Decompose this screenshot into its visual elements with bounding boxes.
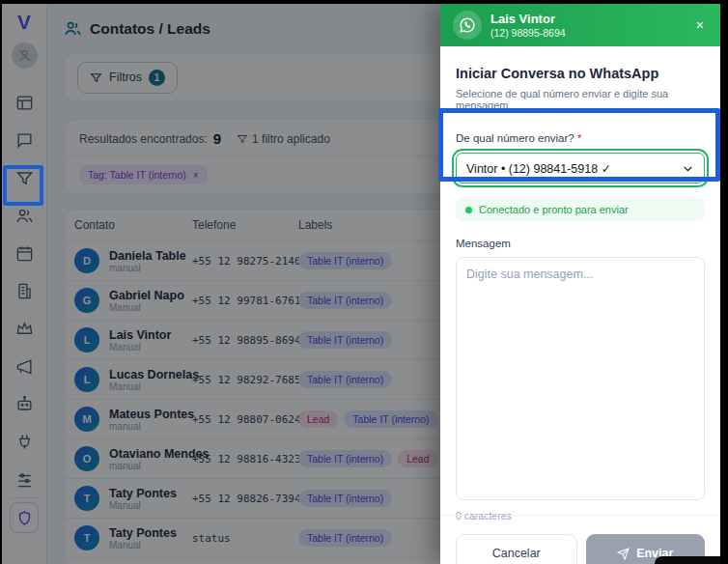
whatsapp-panel: Lais Vintor (12) 98895-8694 × Iniciar Co… <box>440 4 720 564</box>
char-count: 0 caracteres <box>456 510 705 522</box>
number-select[interactable]: Vintor • (12) 98841-5918 ✓ <box>456 153 705 183</box>
contact-name: Lais Vintor <box>490 12 684 27</box>
number-select-value: Vintor • (12) 98841-5918 ✓ <box>466 161 682 176</box>
message-label: Mensagem <box>456 238 705 249</box>
required-asterisk: * <box>577 132 581 144</box>
modal-dim-overlay[interactable] <box>2 4 440 564</box>
paper-plane-icon <box>617 548 630 560</box>
dialog-title: Iniciar Conversa no WhatsApp <box>456 66 705 81</box>
dialog-subtitle: Selecione de qual número enviar e digite… <box>456 88 705 111</box>
whatsapp-icon <box>453 11 482 40</box>
whatsapp-panel-header: Lais Vintor (12) 98895-8694 × <box>440 4 720 46</box>
chevron-down-icon <box>682 162 694 175</box>
status-dot-icon <box>465 207 472 213</box>
panel-body: Iniciar Conversa no WhatsApp Selecione d… <box>440 46 720 522</box>
from-number-label-text: De qual número enviar? <box>456 132 574 144</box>
message-input[interactable] <box>456 257 705 500</box>
from-number-label: De qual número enviar? * <box>456 132 705 144</box>
corner-black-shape <box>655 556 720 564</box>
app-window: V Contatos / Leads Filtros 1 Resultados … <box>2 4 720 564</box>
close-icon[interactable]: × <box>692 14 708 37</box>
connection-status: Conectado e pronto para enviar <box>456 198 705 221</box>
connection-status-text: Conectado e pronto para enviar <box>479 204 629 215</box>
contact-info: Lais Vintor (12) 98895-8694 <box>490 12 684 39</box>
cancel-button[interactable]: Cancelar <box>456 534 577 564</box>
contact-phone: (12) 98895-8694 <box>490 27 684 39</box>
footer-divider <box>440 515 720 516</box>
screenshot-frame: V Contatos / Leads Filtros 1 Resultados … <box>0 0 728 564</box>
